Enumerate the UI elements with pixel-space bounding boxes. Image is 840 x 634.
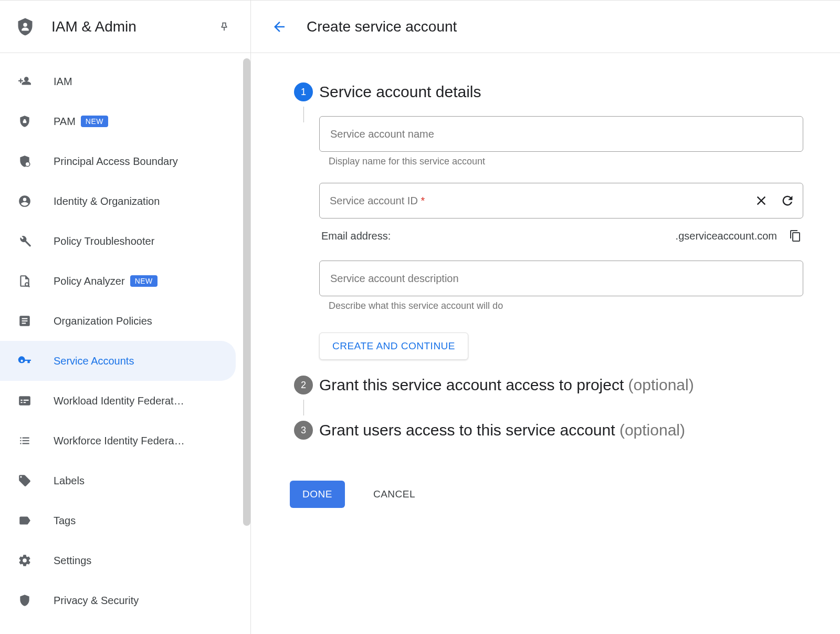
form-actions: DONE CANCEL — [290, 481, 803, 508]
pin-button[interactable] — [214, 16, 235, 37]
stepper: 1 Service account details Display name f… — [288, 82, 803, 455]
clear-id-button[interactable] — [751, 190, 772, 211]
list-box-icon — [18, 314, 32, 328]
shield-icon — [18, 594, 32, 607]
tag-icon — [18, 474, 32, 487]
nav-label: Tags — [54, 515, 76, 527]
account-circle-icon — [18, 194, 32, 208]
step-2-title: Grant this service account access to pro… — [319, 376, 803, 394]
nav-label: Workload Identity Federat… — [54, 395, 184, 407]
regenerate-id-button[interactable] — [777, 190, 798, 211]
pin-icon — [218, 21, 230, 33]
sidebar-nav: IAM PAM NEW Principal Access Boundary Id… — [0, 53, 250, 620]
step-3-title: Grant users access to this service accou… — [319, 421, 803, 440]
wrench-icon — [18, 234, 32, 248]
nav-label: Principal Access Boundary — [54, 155, 178, 168]
person-add-icon — [18, 75, 32, 88]
nav-label: Policy Troubleshooter — [54, 235, 154, 247]
email-label: Email address: — [321, 230, 391, 242]
svg-point-0 — [23, 23, 27, 27]
nav-label: IAM — [54, 76, 72, 88]
step-1: 1 Service account details Display name f… — [288, 82, 803, 376]
sidebar-scrollbar[interactable] — [243, 58, 250, 526]
nav-label: Privacy & Security — [54, 595, 139, 607]
new-badge: NEW — [81, 116, 108, 127]
step-connector — [303, 107, 304, 122]
copy-email-button[interactable] — [788, 228, 803, 244]
gear-icon — [18, 554, 32, 567]
main-content: 1 Service account details Display name f… — [251, 53, 840, 634]
nav-label: Service Accounts — [54, 355, 134, 367]
svg-point-2 — [25, 283, 29, 286]
cancel-button[interactable]: CANCEL — [361, 481, 428, 508]
nav-label: Settings — [54, 555, 91, 567]
service-account-name-field — [319, 116, 803, 152]
nav-label: Identity & Organization — [54, 195, 160, 207]
service-account-id-field: Service account ID * — [319, 183, 803, 219]
step-2[interactable]: 2 Grant this service account access to p… — [288, 376, 803, 421]
step-2-indicator: 2 — [294, 376, 313, 394]
create-and-continue-button[interactable]: CREATE AND CONTINUE — [319, 332, 468, 360]
email-domain: .gserviceaccount.com — [676, 230, 777, 242]
new-badge: NEW — [130, 275, 158, 287]
step-1-title: Service account details — [319, 82, 803, 101]
arrow-left-icon — [271, 19, 287, 35]
name-helper-text: Display name for this service account — [329, 156, 803, 167]
sidebar-item-workload-identity-federation[interactable]: Workload Identity Federat… — [0, 381, 236, 421]
sidebar-item-workforce-identity-federation[interactable]: Workforce Identity Federa… — [0, 421, 236, 461]
list-icon — [18, 434, 32, 448]
nav-label: PAM — [54, 116, 76, 128]
boundary-icon — [18, 154, 32, 168]
sidebar-item-privacy-security[interactable]: Privacy & Security — [0, 580, 236, 620]
sidebar-item-iam[interactable]: IAM — [0, 61, 236, 101]
main-panel: Create service account 1 Service account… — [251, 1, 840, 634]
copy-icon — [789, 230, 802, 242]
sidebar-item-policy-troubleshooter[interactable]: Policy Troubleshooter — [0, 221, 236, 261]
close-icon — [754, 193, 769, 208]
service-account-name-input[interactable] — [319, 116, 803, 152]
refresh-icon — [780, 193, 795, 208]
sidebar-item-pam[interactable]: PAM NEW — [0, 101, 236, 141]
sidebar-item-organization-policies[interactable]: Organization Policies — [0, 301, 236, 341]
sidebar-header: IAM & Admin — [0, 1, 250, 53]
product-title: IAM & Admin — [51, 18, 214, 35]
step-1-indicator: 1 — [294, 82, 313, 101]
document-search-icon — [18, 274, 32, 288]
svg-point-1 — [25, 162, 30, 167]
iam-product-icon — [16, 17, 35, 36]
email-address-row: Email address: .gserviceaccount.com — [321, 228, 803, 244]
sidebar: IAM & Admin IAM PAM NEW — [0, 1, 251, 634]
step-connector — [303, 400, 304, 415]
service-account-description-field — [319, 261, 803, 296]
step-3-indicator: 3 — [294, 421, 313, 440]
key-icon — [18, 354, 32, 368]
nav-label: Workforce Identity Federa… — [54, 435, 185, 447]
shield-lock-icon — [18, 115, 32, 128]
nav-label: Labels — [54, 475, 85, 487]
back-button[interactable] — [267, 14, 292, 39]
sidebar-item-service-accounts[interactable]: Service Accounts — [0, 341, 236, 381]
sidebar-item-tags[interactable]: Tags — [0, 501, 236, 541]
sidebar-item-principal-access-boundary[interactable]: Principal Access Boundary — [0, 141, 236, 181]
card-icon — [18, 394, 32, 408]
nav-label: Organization Policies — [54, 315, 152, 327]
done-button[interactable]: DONE — [290, 481, 345, 508]
sidebar-item-policy-analyzer[interactable]: Policy Analyzer NEW — [0, 261, 236, 301]
sidebar-item-identity-organization[interactable]: Identity & Organization — [0, 181, 236, 221]
step-3[interactable]: 3 Grant users access to this service acc… — [288, 421, 803, 455]
nav-label: Policy Analyzer — [54, 275, 125, 287]
main-header: Create service account — [251, 1, 840, 53]
sidebar-item-labels[interactable]: Labels — [0, 461, 236, 501]
page-title: Create service account — [307, 18, 457, 35]
description-helper-text: Describe what this service account will … — [329, 300, 803, 311]
service-account-id-input[interactable] — [319, 183, 803, 219]
label-icon — [18, 514, 32, 527]
service-account-description-input[interactable] — [319, 261, 803, 296]
sidebar-item-settings[interactable]: Settings — [0, 541, 236, 580]
